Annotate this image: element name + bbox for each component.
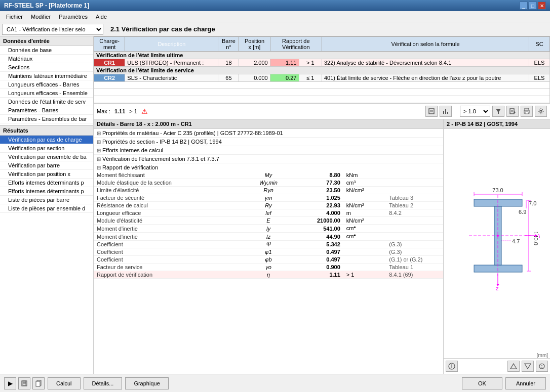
- diagram-title: 2 - IP-B 14 B2 | GOST, 1994: [444, 119, 550, 129]
- play-button[interactable]: ▶: [4, 377, 16, 389]
- svg-rect-3: [443, 111, 444, 114]
- table-area: Charge-ment Description Barren° Position…: [94, 36, 550, 104]
- cr1-comparator: > 1: [299, 59, 322, 67]
- col-header-sc: SC: [529, 37, 550, 52]
- sidebar-item-verification-cas[interactable]: Vérification par cas de charge: [0, 136, 93, 144]
- threshold-select[interactable]: > 1.0 > 0.5 All: [460, 106, 490, 117]
- details-row-5: Longueur efficace lef 4.000 m 8.4.2: [94, 209, 443, 217]
- cr2-row[interactable]: CR2 SLS - Characteristic 65 0.000 0.27 ≤…: [94, 74, 550, 82]
- cr2-label: CR2: [94, 74, 125, 82]
- details-ref-5: 8.4.2: [386, 209, 443, 217]
- details-value-1: 77.30: [286, 179, 343, 187]
- toolbar-btn-print[interactable]: [521, 106, 533, 117]
- sidebar-item-liste-ensemble[interactable]: Liste de pièces par ensemble d: [0, 204, 93, 213]
- ca1-select[interactable]: CA1 - Vérification de l'acier selo: [2, 24, 103, 35]
- svg-text:73.0: 73.0: [492, 187, 503, 193]
- sidebar-item-params-ensembles[interactable]: Paramètres - Ensembles de bar: [0, 115, 93, 123]
- details-ref-13: 8.4.1 (69): [386, 271, 443, 279]
- maximize-button[interactable]: □: [529, 2, 537, 10]
- sidebar-item-verification-position[interactable]: Vérification par position x: [0, 170, 93, 179]
- toolbar-btn-2[interactable]: [440, 106, 452, 117]
- bottom-bar: ▶ Calcul Détails... Graphique OK Annuler: [0, 374, 550, 392]
- diagram-btn-2[interactable]: [522, 361, 534, 372]
- window-controls[interactable]: _ □ ✕: [520, 2, 546, 10]
- sidebar-item-liste-barres[interactable]: Liste de pièces par barre: [0, 196, 93, 204]
- sidebar-item-efforts-1[interactable]: Efforts internes déterminants p: [0, 179, 93, 187]
- material-section: ⊞ Propriétés de matériau - Acier C 235 (…: [94, 129, 443, 138]
- material-section-header[interactable]: ⊞ Propriétés de matériau - Acier C 235 (…: [94, 129, 443, 137]
- section-props: ⊞ Propriétés de section - IP-B 14 B2 | G…: [94, 138, 443, 146]
- svg-rect-33: [474, 199, 522, 206]
- details-button[interactable]: Détails...: [84, 377, 123, 389]
- details-ref-9: (G.3): [386, 241, 443, 248]
- details-label-12: Facteur de service: [94, 264, 251, 271]
- close-button[interactable]: ✕: [538, 2, 546, 10]
- warning-icon: ⚠: [141, 107, 148, 115]
- sidebar-item-donnees-etat[interactable]: Données de l'état limite de serv: [0, 98, 93, 106]
- sidebar-item-sections[interactable]: Sections: [0, 63, 93, 72]
- details-value-0: 8.80: [286, 171, 343, 179]
- svg-text:z: z: [496, 285, 499, 291]
- slenderness-header[interactable]: ⊞ Vérification de l'élancement selon 7.3…: [94, 155, 443, 163]
- calcul-button[interactable]: Calcul: [48, 377, 81, 389]
- save-button[interactable]: [18, 377, 30, 389]
- toolbar-btn-export[interactable]: [506, 106, 519, 117]
- details-unit-3: [343, 194, 386, 202]
- section-sls-label: Vérification de l'état limite de service: [94, 67, 550, 74]
- annuler-button[interactable]: Annuler: [505, 377, 546, 389]
- copy-button[interactable]: [32, 377, 45, 389]
- sidebar-item-verification-barre[interactable]: Vérification par barre: [0, 161, 93, 170]
- cr1-barre: 18: [218, 59, 239, 67]
- section-props-label: Propriétés de section - IP-B 14 B2 | GOS…: [102, 139, 222, 145]
- svg-point-38: [497, 235, 499, 237]
- details-symbol-6: E: [251, 217, 286, 225]
- details-unit-10: [343, 248, 386, 256]
- sidebar-item-longueurs-barres[interactable]: Longueurs efficaces - Barres: [0, 80, 93, 89]
- toolbar-btn-filter[interactable]: [492, 106, 504, 117]
- details-ref-12: Tableau 1: [386, 264, 443, 271]
- toolbar-btn-settings[interactable]: [535, 106, 547, 117]
- toolbar-btn-1[interactable]: [425, 106, 438, 117]
- svg-rect-5: [447, 112, 448, 114]
- menu-modifier[interactable]: Modifier: [27, 13, 55, 21]
- minimize-button[interactable]: _: [520, 2, 528, 10]
- details-row-12: Facteur de service γo 0.900 Tableau 1: [94, 264, 443, 271]
- details-label-0: Moment fléchissant: [94, 171, 251, 179]
- sidebar-item-maintiens[interactable]: Maintiens latéraux intermédiaire: [0, 72, 93, 80]
- cr1-row[interactable]: CR1 ULS (STR/GEO) - Permanent : 18 2.000…: [94, 59, 550, 67]
- cr1-description: ULS (STR/GEO) - Permanent :: [125, 59, 218, 67]
- verification-header[interactable]: ⊟ Rapport de vérification: [94, 163, 443, 171]
- internal-forces-header[interactable]: ⊞ Efforts internes de calcul: [94, 146, 443, 154]
- menu-aide[interactable]: Aide: [92, 13, 111, 21]
- menu-parametres[interactable]: Paramètres: [55, 13, 92, 21]
- section-props-header[interactable]: ⊞ Propriétés de section - IP-B 14 B2 | G…: [94, 138, 443, 146]
- main-table: Charge-ment Description Barren° Position…: [94, 36, 550, 103]
- details-unit-11: [343, 256, 386, 264]
- sidebar-item-longueurs-ensemble[interactable]: Longueurs efficaces - Ensemble: [0, 89, 93, 98]
- slenderness-label: Vérification de l'élancement selon 7.3.1…: [102, 156, 219, 162]
- sidebar-item-verification-ensemble[interactable]: Vérification par ensemble de ba: [0, 153, 93, 161]
- diagram-btn-1[interactable]: [507, 361, 520, 372]
- sidebar-item-efforts-2[interactable]: Efforts internes déterminants p: [0, 187, 93, 196]
- ok-button[interactable]: OK: [462, 377, 502, 389]
- slenderness-expand-icon: ⊞: [97, 156, 101, 162]
- sidebar-item-verification-section[interactable]: Vérification par section: [0, 144, 93, 153]
- details-title: Détails - Barre 18 - x : 2.000 m - CR1: [94, 119, 443, 129]
- cr2-description: SLS - Characteristic: [125, 74, 218, 82]
- svg-rect-7: [510, 109, 514, 114]
- info-button[interactable]: i: [446, 361, 458, 372]
- graphique-button[interactable]: Graphique: [125, 377, 168, 389]
- menu-fichier[interactable]: Fichier: [2, 13, 27, 21]
- empty-row-1: [94, 82, 550, 89]
- sidebar-item-donnees-base[interactable]: Données de base: [0, 46, 93, 55]
- details-value-12: 0.900: [286, 264, 343, 271]
- diagram-btn-3[interactable]: [536, 361, 548, 372]
- sidebar-item-materiaux[interactable]: Matériaux: [0, 55, 93, 63]
- details-value-7: 541.00: [286, 225, 343, 233]
- details-symbol-5: lef: [251, 209, 286, 217]
- sidebar-item-params-barres[interactable]: Paramètres - Barres: [0, 106, 93, 115]
- svg-rect-4: [445, 109, 446, 114]
- svg-text:4.7: 4.7: [512, 238, 520, 244]
- details-unit-0: kNm: [343, 171, 386, 179]
- details-row-9: Coefficient Ψ 5.342 (G.3): [94, 241, 443, 248]
